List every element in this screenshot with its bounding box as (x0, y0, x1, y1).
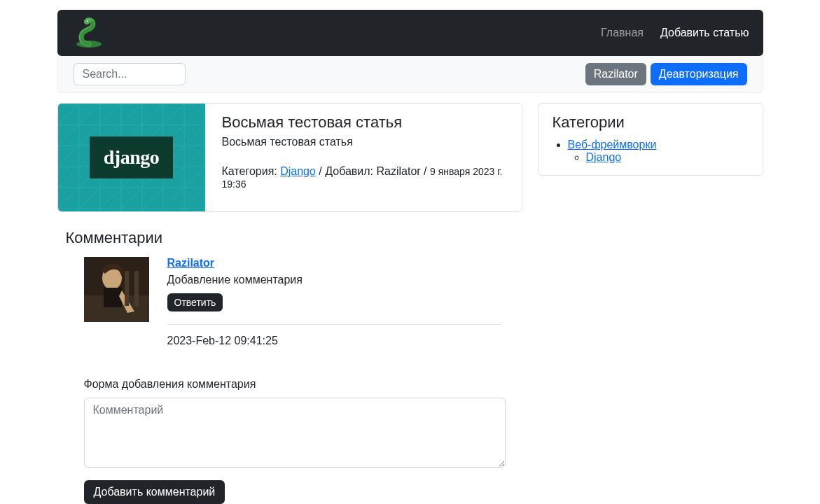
form-label: Форма добавления комментария (84, 378, 522, 391)
meta-sep-2: / (421, 165, 430, 177)
meta-added-label: Добавил: (325, 165, 376, 177)
comment-form: Форма добавления комментария Добавить ко… (84, 378, 522, 504)
article-body: Восьмая тестовая статья Восьмая тестовая… (205, 104, 522, 211)
svg-point-1 (84, 19, 90, 24)
nav-links: Главная Добавить статью (601, 27, 749, 39)
svg-rect-8 (125, 271, 129, 306)
avatar (84, 257, 149, 322)
user-button[interactable]: Razilator (585, 63, 646, 85)
comment-body: Razilator Добавление комментария Ответит… (167, 257, 522, 347)
navbar: Главная Добавить статью (57, 10, 763, 56)
categories-list: Веб-фреймворки Django (553, 139, 749, 164)
reply-button[interactable]: Ответить (167, 293, 223, 312)
category-link-child[interactable]: Django (586, 151, 622, 163)
comments-title: Комментарии (66, 229, 522, 247)
comment-time: 2023-Feb-12 09:41:25 (167, 335, 501, 347)
list-item: Веб-фреймворки Django (568, 139, 749, 164)
logo[interactable] (71, 18, 106, 48)
meta-added-user: Razilator (377, 165, 421, 177)
meta-category-label: Категория: (222, 165, 281, 177)
svg-rect-7 (104, 288, 122, 307)
categories-title: Категории (553, 113, 749, 132)
list-item: Django (586, 151, 749, 164)
svg-rect-9 (134, 271, 139, 306)
article-title: Восьмая тестовая статья (222, 113, 505, 132)
logout-button[interactable]: Деавторизация (651, 63, 747, 85)
category-link[interactable]: Django (280, 165, 316, 177)
thumbnail-label: django (90, 136, 173, 178)
search-input[interactable] (74, 63, 186, 85)
nav-link-add-article[interactable]: Добавить статью (660, 27, 749, 39)
svg-point-2 (87, 20, 88, 22)
article-thumbnail: django (58, 104, 205, 211)
nav-link-home[interactable]: Главная (601, 27, 644, 39)
subbar: Razilator Деавторизация (57, 56, 763, 93)
categories-card: Категории Веб-фреймворки Django (538, 103, 763, 176)
article-meta: Категория: Django / Добавил: Razilator /… (222, 165, 503, 190)
content-column: django Восьмая тестовая статья Восьмая т… (57, 103, 522, 504)
subbar-buttons: Razilator Деавторизация (585, 63, 747, 85)
comment-item: Razilator Добавление комментария Ответит… (84, 257, 522, 347)
comment-text: Добавление комментария (167, 274, 501, 286)
comment-divider (167, 324, 501, 325)
article-description: Восьмая тестовая статья (222, 136, 505, 148)
main-row: django Восьмая тестовая статья Восьмая т… (57, 103, 763, 504)
meta-sep-1: / (316, 165, 325, 177)
comment-author-link[interactable]: Razilator (167, 257, 215, 269)
submit-comment-button[interactable]: Добавить комментарий (84, 480, 225, 504)
category-link-parent[interactable]: Веб-фреймворки (568, 139, 657, 150)
comments-section: Комментарии (66, 229, 522, 504)
article-card: django Восьмая тестовая статья Восьмая т… (57, 103, 522, 212)
comment-textarea[interactable] (84, 398, 506, 468)
sidebar-column: Категории Веб-фреймворки Django (538, 103, 763, 504)
